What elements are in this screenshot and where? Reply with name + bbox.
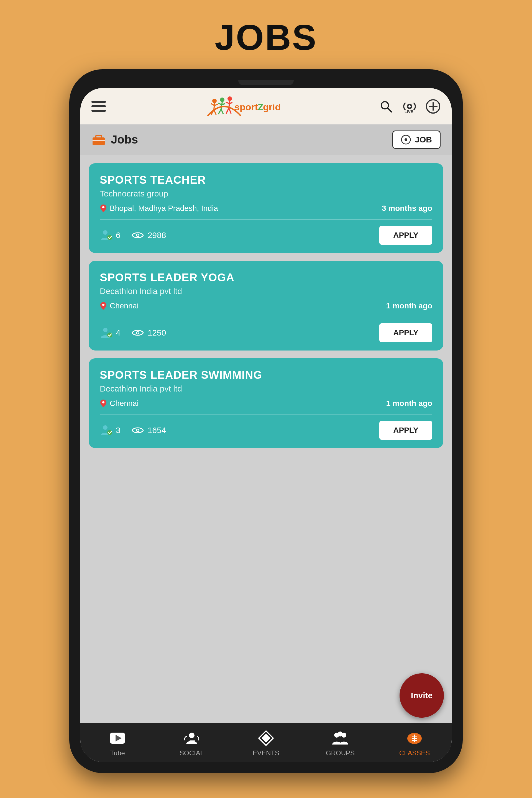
post-job-label: JOB [415, 135, 432, 144]
location-pin-icon [100, 204, 107, 213]
job-company-0: Technocrats group [100, 189, 432, 198]
svg-line-7 [221, 102, 222, 109]
logo-area: sport Z grid [206, 96, 278, 117]
classes-icon [406, 730, 423, 746]
svg-line-16 [226, 102, 229, 103]
apply-button-0[interactable]: APPLY [379, 226, 432, 245]
page-title: JOBS [215, 17, 317, 58]
location-pin-icon [100, 302, 107, 310]
add-icon[interactable] [425, 99, 440, 114]
job-company-2: Decathlon India pvt ltd [100, 384, 432, 394]
svg-text:grid: grid [263, 102, 281, 112]
svg-point-40 [103, 328, 108, 332]
svg-line-22 [388, 108, 392, 112]
nav-label-events: EVENTS [253, 749, 279, 757]
live-icon[interactable]: LIVE [402, 99, 417, 114]
nav-item-classes[interactable]: CLASSES [392, 730, 437, 757]
job-location-row-0: Bhopal, Madhya Pradesh, India 3 months a… [100, 204, 432, 213]
job-title-2: SPORTS LEADER SWIMMING [100, 369, 432, 381]
social-icon [184, 730, 200, 746]
eye-icon [132, 328, 144, 337]
eye-icon [132, 426, 144, 435]
groups-icon [332, 730, 348, 746]
nav-item-tube[interactable]: Tube [95, 730, 140, 757]
location-pin-icon [100, 399, 107, 408]
job-stats-row-0: 6 2988 APPLY [100, 226, 432, 245]
nav-icons: LIVE [378, 99, 440, 114]
svg-point-12 [227, 96, 232, 101]
phone-mockup: sport Z grid [69, 69, 463, 773]
svg-point-0 [212, 99, 217, 103]
hamburger-icon[interactable] [92, 101, 106, 112]
nav-item-social[interactable]: SOCIAL [170, 730, 214, 757]
tube-icon [109, 730, 126, 746]
svg-point-45 [103, 425, 108, 430]
svg-line-8 [218, 109, 221, 114]
views-stat-1: 1250 [132, 328, 166, 338]
apply-button-1[interactable]: APPLY [379, 323, 432, 342]
svg-point-48 [137, 430, 138, 431]
applicants-icon [100, 229, 112, 241]
svg-point-44 [102, 401, 104, 403]
svg-point-38 [137, 234, 138, 236]
job-title-0: SPORTS TEACHER [100, 174, 432, 186]
apply-button-2[interactable]: APPLY [379, 421, 432, 440]
svg-rect-29 [93, 137, 105, 145]
search-icon[interactable] [378, 99, 394, 114]
job-card-0: SPORTS TEACHER Technocrats group Bhopal,… [89, 163, 443, 253]
briefcase-icon [92, 134, 106, 146]
nav-item-groups[interactable]: GROUPS [318, 730, 362, 757]
jobs-list: SPORTS TEACHER Technocrats group Bhopal,… [80, 155, 452, 723]
svg-point-34 [102, 206, 104, 208]
jobs-header: Jobs JOB [80, 125, 452, 155]
svg-point-43 [137, 332, 138, 334]
job-title-1: SPORTS LEADER YOGA [100, 271, 432, 284]
svg-line-10 [218, 103, 222, 105]
job-location-row-1: Chennai 1 month ago [100, 302, 432, 310]
job-stats-row-1: 4 1250 APPLY [100, 323, 432, 342]
nav-label-classes: CLASSES [399, 749, 430, 757]
svg-marker-54 [262, 734, 270, 743]
phone-notch [238, 80, 294, 86]
svg-point-51 [189, 733, 194, 738]
eye-icon [132, 231, 144, 240]
top-nav: sport Z grid [80, 88, 452, 125]
views-stat-0: 2988 [132, 230, 166, 240]
job-location-0: Bhopal, Madhya Pradesh, India [100, 204, 218, 213]
jobs-title-area: Jobs [92, 133, 138, 146]
svg-point-39 [102, 304, 104, 306]
phone-screen: sport Z grid [80, 88, 452, 762]
job-card-1: SPORTS LEADER YOGA Decathlon India pvt l… [89, 261, 443, 350]
post-job-button[interactable]: JOB [392, 131, 440, 149]
job-company-1: Decathlon India pvt ltd [100, 286, 432, 296]
job-card-2: SPORTS LEADER SWIMMING Decathlon India p… [89, 358, 443, 448]
svg-point-33 [404, 138, 407, 141]
events-icon [258, 730, 274, 746]
bottom-nav: Tube SOCIAL [80, 723, 452, 762]
svg-line-15 [229, 108, 231, 114]
job-location-row-2: Chennai 1 month ago [100, 399, 432, 408]
logo-svg: sport Z grid [206, 96, 278, 117]
svg-text:LIVE: LIVE [404, 110, 413, 114]
applicants-stat-0: 6 [100, 229, 120, 241]
svg-line-1 [214, 103, 214, 110]
applicants-stat-2: 3 [100, 424, 120, 436]
applicants-icon [100, 424, 112, 436]
svg-point-57 [338, 732, 343, 737]
nav-label-tube: Tube [110, 749, 125, 757]
job-time-2: 1 month ago [386, 399, 432, 408]
svg-point-6 [220, 97, 225, 102]
svg-line-14 [226, 108, 229, 114]
job-time-1: 1 month ago [386, 302, 432, 310]
job-time-0: 3 months ago [382, 204, 432, 213]
svg-text:sport: sport [234, 102, 258, 112]
nav-label-social: SOCIAL [179, 749, 204, 757]
applicants-stat-1: 4 [100, 327, 120, 339]
nav-item-events[interactable]: EVENTS [244, 730, 288, 757]
svg-line-5 [214, 104, 218, 106]
invite-button[interactable]: Invite [400, 673, 444, 718]
svg-point-24 [408, 105, 411, 108]
views-stat-2: 1654 [132, 425, 166, 435]
job-location-1: Chennai [100, 302, 138, 310]
svg-rect-30 [96, 135, 101, 138]
